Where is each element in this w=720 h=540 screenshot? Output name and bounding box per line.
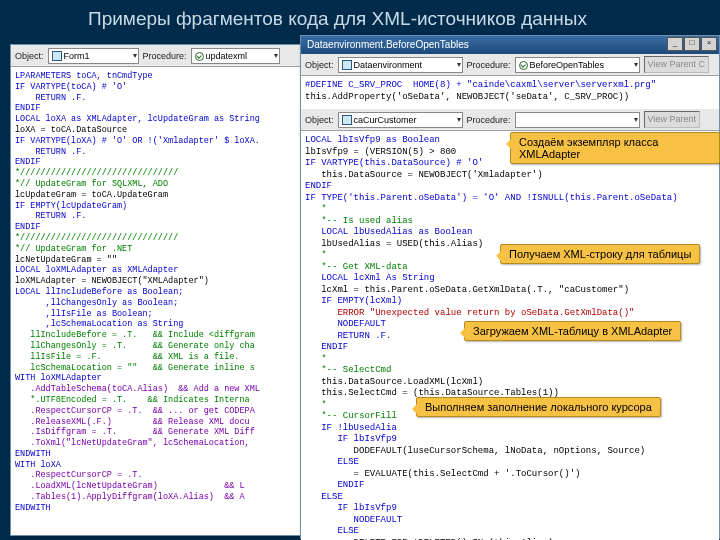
object-combo-left[interactable]: Form1 (48, 48, 139, 64)
object-label: Object: (305, 60, 334, 70)
right-toolbar-2: Object: caCurCustomer Procedure: View Pa… (301, 109, 719, 131)
callout-create-xmladapter: Создаём экземпляр класса XMLAdapter (510, 132, 720, 164)
close-button[interactable]: × (701, 37, 717, 51)
procedure-label: Procedure: (467, 60, 511, 70)
minimize-button[interactable]: _ (667, 37, 683, 51)
left-toolbar: Object: Form1 Procedure: updatexml (11, 45, 311, 67)
slide-title: Примеры фрагментов кода для XML-источник… (0, 0, 720, 38)
right-code-editor-top[interactable]: #DEFINE C_SRV_PROC HOME(8) + "cainde\cax… (301, 76, 719, 109)
object-combo-r1[interactable]: Dataenvironment (338, 57, 463, 73)
procedure-label: Procedure: (467, 115, 511, 125)
procedure-combo-r1[interactable]: BeforeOpenTables (515, 57, 640, 73)
object-label: Object: (15, 51, 44, 61)
right-code-pane: Dataenvironment.BeforeOpenTables _ □ × O… (300, 35, 720, 539)
procedure-combo-r2[interactable] (515, 112, 640, 128)
left-code-pane: Object: Form1 Procedure: updatexml LPARA… (10, 44, 312, 536)
callout-load-xml-table: Загружаем XML-таблицу в XMLAdapter (464, 321, 681, 341)
callout-fill-cursor: Выполняем заполнение локального курсора (416, 397, 661, 417)
object-combo-r2[interactable]: caCurCustomer (338, 112, 463, 128)
object-label: Object: (305, 115, 334, 125)
left-code-editor[interactable]: LPARAMETERS toCA, tnCmdType IF VARTYPE(t… (11, 67, 311, 518)
view-parent-button-1[interactable]: View Parent C (644, 56, 709, 73)
procedure-label: Procedure: (143, 51, 187, 61)
maximize-button[interactable]: □ (684, 37, 700, 51)
view-parent-button-2[interactable]: View Parent (644, 111, 700, 128)
right-toolbar-1: Object: Dataenvironment Procedure: Befor… (301, 54, 719, 76)
callout-get-xml-string: Получаем XML-строку для таблицы (500, 244, 700, 264)
procedure-combo-left[interactable]: updatexml (191, 48, 280, 64)
right-titlebar: Dataenvironment.BeforeOpenTables _ □ × (301, 36, 719, 54)
